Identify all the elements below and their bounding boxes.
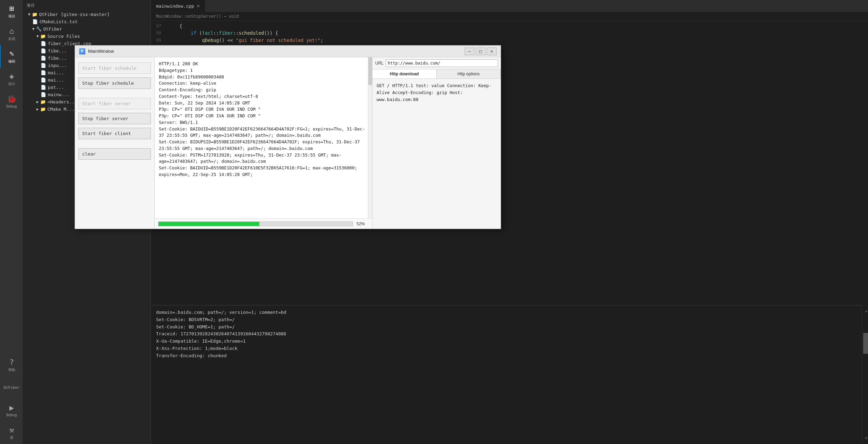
line-num-98: 98 xyxy=(151,30,168,36)
output-line-1: domain=.baidu.com; path=/; version=1; co… xyxy=(156,309,863,316)
cpp-file-icon-5: 📄 xyxy=(41,70,46,75)
start-fiber-server-button[interactable]: Start fiber server xyxy=(78,98,151,109)
sidebar-item-design[interactable]: ◈ 设计 xyxy=(0,68,23,90)
file-icon-cmake: 📄 xyxy=(32,19,38,24)
folder-icon-source: 📁 xyxy=(40,34,46,39)
line-code-98: if (!acl::fiber::scheduled()) { xyxy=(168,30,868,36)
popup-tab-http-options-label: Http options xyxy=(457,72,480,76)
sidebar-item-project[interactable]: ⊞ 项目 xyxy=(0,0,23,23)
sidebar-item-build[interactable]: ⚒ 装 xyxy=(0,421,23,444)
tree-label-mainw: mainw... xyxy=(48,92,70,97)
arrow-expand-icon: ▼ xyxy=(28,12,31,17)
popup-request-text[interactable]: GET / HTTP/1.1 test: value Connection: K… xyxy=(372,79,501,229)
sidebar-label-debug2: Debug xyxy=(6,413,17,417)
start-fiber-client-button[interactable]: Start fiber client xyxy=(78,128,151,139)
tree-label-qtfiber: QtFiber xyxy=(43,26,62,32)
debug2-icon: ▶ xyxy=(9,403,14,412)
file-explorer-header: 项目 xyxy=(23,0,151,11)
popup-title-left: M MainWindow xyxy=(79,48,114,55)
popup-url-input[interactable] xyxy=(386,59,498,67)
project-icon: ⊞ xyxy=(9,4,14,13)
editor-tab-bar: mainwindow.cpp × xyxy=(151,0,868,12)
popup-window-controls: — □ ✕ xyxy=(465,48,497,55)
line-num-97: 97 xyxy=(151,23,168,30)
sidebar-label-debug: Debug xyxy=(6,104,17,108)
sidebar-item-help[interactable]: ? 帮助 xyxy=(0,354,23,376)
cpp-file-icon-3: 📄 xyxy=(41,56,46,61)
popup-tab-http-download-label: Http download xyxy=(390,72,419,76)
cpp-file-icon-6: 📄 xyxy=(41,77,46,83)
folder-icon-headers: 📁 xyxy=(40,99,46,104)
editor-tab-mainwindow[interactable]: mainwindow.cpp × xyxy=(151,0,205,12)
popup-right-panel: URL Http download Http options GET / HTT… xyxy=(372,57,501,229)
tree-label-fibe2: fibe... xyxy=(48,56,67,61)
tree-label-qtfiber-root: QtFiber [gitee-zsx-master] xyxy=(39,12,110,17)
sidebar-item-debug2[interactable]: ▶ Debug xyxy=(0,399,23,421)
cpp-file-icon-8: 📄 xyxy=(41,92,46,97)
popup-log-text[interactable]: HTTP/1.1 200 OK Bdpagetype: 1 Bdqid: 0xc… xyxy=(155,57,372,218)
tree-cmakelist[interactable]: 📄 CMakeLists.txt xyxy=(23,18,151,25)
right-scrollbar[interactable]: ▲ ▼ xyxy=(862,305,868,444)
sidebar-item-edit[interactable]: ✎ 编辑 xyxy=(0,45,23,68)
tab-close-icon[interactable]: × xyxy=(197,3,200,9)
home-icon: ⌂ xyxy=(9,27,14,35)
scroll-arrow-up[interactable]: ▲ xyxy=(865,309,867,313)
popup-close-button[interactable]: ✕ xyxy=(487,48,497,55)
line-code-97: { xyxy=(168,23,868,30)
line-num-99: 99 xyxy=(151,37,168,44)
popup-minimize-button[interactable]: — xyxy=(465,48,474,55)
code-line-98: 98 if (!acl::fiber::scheduled()) { xyxy=(151,30,868,36)
popup-url-label: URL xyxy=(375,61,384,66)
code-line-97: 97 { xyxy=(151,23,868,30)
build-icon: ⚒ xyxy=(9,426,14,434)
sidebar-item-debug[interactable]: 🐞 Debug xyxy=(0,90,23,113)
cpp-file-icon-7: 📄 xyxy=(41,85,46,90)
sidebar-item-welcome[interactable]: ⌂ 欢迎 xyxy=(0,23,23,45)
tree-source-files[interactable]: ▼ 📁 Source Files xyxy=(23,33,151,40)
tree-project-root[interactable]: ▼ 📁 QtFiber [gitee-zsx-master] xyxy=(23,11,151,18)
qtfiber-label: QtFiber xyxy=(3,385,19,390)
output-line-2: Set-Cookie: BDSVRTM=2; path=/ xyxy=(156,316,863,324)
sidebar-label-help: 帮助 xyxy=(8,368,15,372)
output-line-7: Transfer-Encoding: chunked xyxy=(156,352,863,360)
arrow-headers: ▶ xyxy=(36,100,39,104)
edit-icon: ✎ xyxy=(9,49,14,58)
tab-label-mainwindow: mainwindow.cpp xyxy=(156,3,194,9)
tree-label-cmake-m: CMake M... xyxy=(48,107,75,112)
scroll-thumb[interactable] xyxy=(863,333,868,354)
tree-label-cmakelist: CMakeLists.txt xyxy=(40,19,78,24)
start-fiber-schedule-button[interactable]: Start fiber schedule xyxy=(78,62,151,74)
popup-title-text: MainWindow xyxy=(88,49,114,54)
arrow-expand-source: ▼ xyxy=(36,34,39,39)
stop-fiber-server-button[interactable]: Stop fiber server xyxy=(78,113,151,124)
tree-label-pat: pat... xyxy=(48,85,64,90)
scroll-arrow-down[interactable]: ▼ xyxy=(865,436,867,441)
popup-window: M MainWindow — □ ✕ Start fiber schedule … xyxy=(75,45,501,229)
design-icon: ◈ xyxy=(9,72,14,81)
output-line-6: X-Xss-Protection: 1;mode=block xyxy=(156,345,863,352)
popup-log-scrollbar-thumb[interactable] xyxy=(368,57,372,85)
popup-tab-http-options[interactable]: Http options xyxy=(437,69,501,78)
arrow-cmake: ▶ xyxy=(36,107,39,111)
path-bar-text: MainWindow::onStopServer() → void xyxy=(156,14,239,19)
sidebar-item-qtfiber[interactable]: QtFiber xyxy=(0,376,23,399)
clear-button[interactable]: clear xyxy=(78,148,151,160)
stop-fiber-schedule-button[interactable]: Stop fiber schedule xyxy=(78,77,151,89)
popup-body: Start fiber schedule Stop fiber schedule… xyxy=(75,57,501,229)
editor-path-bar: MainWindow::onStopServer() → void xyxy=(151,12,868,21)
sidebar: ⊞ 项目 ⌂ 欢迎 ✎ 编辑 ◈ 设计 🐞 Debug ? 帮助 QtFiber… xyxy=(0,0,23,444)
popup-tab-http-download[interactable]: Http download xyxy=(372,69,437,78)
popup-maximize-button[interactable]: □ xyxy=(476,48,485,55)
tree-label-source-files: Source Files xyxy=(48,34,80,39)
output-line-4: Traceid: 1727013928243026407413916044327… xyxy=(156,330,863,338)
popup-log-scrollbar[interactable] xyxy=(368,57,372,218)
sidebar-label-edit: 编辑 xyxy=(8,59,15,64)
output-line-3: Set-Cookie: BD_HOME=1; path=/ xyxy=(156,324,863,331)
popup-left-panel: Start fiber schedule Stop fiber schedule… xyxy=(75,57,155,229)
tree-label-mai1: mai... xyxy=(48,70,64,75)
popup-center-panel: HTTP/1.1 200 OK Bdpagetype: 1 Bdqid: 0xc… xyxy=(155,57,372,229)
sidebar-label-project: 项目 xyxy=(8,14,15,19)
popup-progress-bar-container: 52% xyxy=(155,218,372,229)
tree-qtfiber-folder[interactable]: ▼ 🔧 QtFiber xyxy=(23,25,151,33)
debug-icon: 🐞 xyxy=(7,95,16,103)
